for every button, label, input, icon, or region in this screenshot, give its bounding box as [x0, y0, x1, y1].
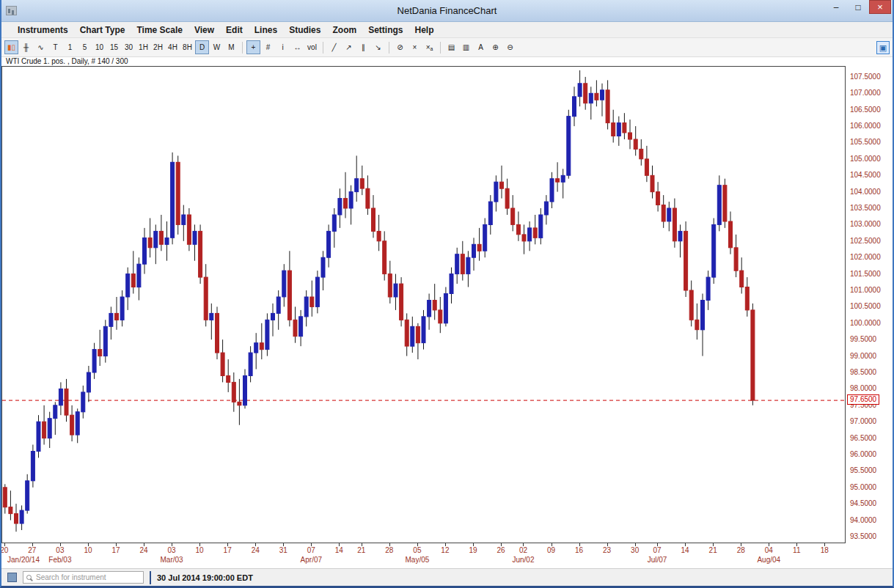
- instrument-search[interactable]: [23, 571, 144, 584]
- toolbar-scale-1min[interactable]: 1: [63, 40, 77, 54]
- menu-view[interactable]: View: [188, 25, 220, 35]
- time-axis-day-label: 10: [84, 546, 92, 554]
- menu-instruments[interactable]: Instruments: [12, 25, 74, 35]
- price-axis-label: 96.5000: [850, 435, 876, 442]
- status-separator: [150, 571, 151, 584]
- search-input[interactable]: [34, 573, 140, 582]
- menu-lines[interactable]: Lines: [249, 25, 283, 35]
- toolbar-line-chart[interactable]: ∿: [34, 40, 48, 54]
- time-axis-month-label: Jan/20/14: [7, 556, 40, 564]
- toolbar-volume[interactable]: vol: [305, 40, 319, 54]
- toolbar-tick-scale[interactable]: T: [48, 40, 62, 54]
- time-axis-day-label: 04: [765, 546, 773, 554]
- toolbar-zoom-out[interactable]: ⊖: [503, 40, 517, 54]
- toolbar-scale-5min[interactable]: 5: [78, 40, 92, 54]
- menu-zoom[interactable]: Zoom: [326, 25, 362, 35]
- time-axis[interactable]: 2027031017240310172431071421280512192602…: [1, 543, 893, 568]
- toolbar-channel-lines[interactable]: ∥: [356, 40, 370, 54]
- time-axis-day-label: 31: [279, 546, 287, 554]
- toolbar-scroll-horizontal[interactable]: ↔: [290, 40, 304, 54]
- price-axis-label: 102.0000: [850, 254, 881, 261]
- menu-chart-type[interactable]: Chart Type: [74, 25, 131, 35]
- price-axis-label: 103.0000: [850, 221, 881, 228]
- time-axis-day-label: 14: [681, 546, 689, 554]
- time-axis-month-label: Mar/03: [161, 556, 183, 564]
- time-axis-day-label: 16: [575, 546, 583, 554]
- toolbar-delete-selected[interactable]: ×: [408, 40, 422, 54]
- menu-edit[interactable]: Edit: [220, 25, 249, 35]
- window-title: NetDania FinanceChart: [1, 5, 893, 16]
- time-axis-day-label: 26: [497, 546, 505, 554]
- toolbar-scale-15min[interactable]: 15: [107, 40, 121, 54]
- time-axis-day-label: 12: [441, 546, 449, 554]
- toolbar-zoom-in[interactable]: ⊕: [488, 40, 502, 54]
- time-axis-day-label: 17: [224, 546, 232, 554]
- toolbar-scale-weekly[interactable]: W: [210, 40, 224, 54]
- chart-plot[interactable]: [1, 66, 846, 543]
- toolbar-scale-30min[interactable]: 30: [122, 40, 136, 54]
- status-app-icon: [7, 573, 17, 582]
- candlestick-chart[interactable]: [2, 67, 845, 543]
- search-icon: [26, 575, 32, 580]
- menu-time-scale[interactable]: Time Scale: [131, 25, 188, 35]
- menu-settings[interactable]: Settings: [362, 25, 408, 35]
- price-axis-label: 93.5000: [850, 533, 876, 540]
- chart-area: WTI Crude 1. pos. , Daily, # 140 / 300 9…: [1, 57, 893, 568]
- toolbar-scale-8h[interactable]: 8H: [180, 40, 194, 54]
- time-axis-day-label: 20: [0, 546, 8, 554]
- price-axis-label: 94.0000: [850, 517, 876, 524]
- timestamp: 30 Jul 2014 19:00:00 EDT: [157, 573, 253, 582]
- titlebar: NetDania FinanceChart – □ ×: [1, 0, 893, 22]
- time-axis-day-label: 24: [139, 546, 147, 554]
- price-axis-label: 105.5000: [850, 139, 881, 146]
- toolbar-arrow-tool[interactable]: ↘: [371, 40, 385, 54]
- time-axis-month-label: Jun/02: [512, 556, 534, 564]
- time-axis-day-label: 19: [469, 546, 477, 554]
- toolbar-trend-line[interactable]: ╱: [327, 40, 341, 54]
- time-axis-day-label: 17: [111, 546, 120, 554]
- price-axis-label: 94.5000: [850, 500, 876, 507]
- time-axis-day-label: 05: [413, 546, 421, 554]
- panel-toggle-button[interactable]: ▣: [876, 41, 890, 54]
- toolbar-delete-all[interactable]: ×ₐ: [422, 40, 436, 54]
- price-axis-label: 104.5000: [850, 172, 881, 179]
- price-axis-label: 98.5000: [850, 369, 876, 376]
- price-axis-label: 95.5000: [850, 467, 876, 474]
- menu-studies[interactable]: Studies: [283, 25, 326, 35]
- toolbar-scale-monthly[interactable]: M: [224, 40, 238, 54]
- toolbar-remove-line[interactable]: ⊘: [393, 40, 407, 54]
- toolbar-separator: [242, 42, 243, 54]
- menu-help[interactable]: Help: [408, 25, 439, 35]
- toolbar-print[interactable]: ▤: [444, 40, 458, 54]
- price-axis-label: 101.5000: [850, 271, 881, 278]
- toolbar-zoom-text[interactable]: A: [474, 40, 488, 54]
- price-axis[interactable]: 97.6500 107.5000107.0000106.5000106.0000…: [846, 66, 893, 543]
- toolbar-crosshair[interactable]: +: [246, 40, 260, 54]
- toolbar-scale-10min[interactable]: 10: [92, 40, 106, 54]
- toolbar-grid[interactable]: #: [261, 40, 275, 54]
- toolbar-bar-chart[interactable]: ╫: [19, 40, 33, 54]
- time-axis-day-label: 11: [793, 546, 800, 554]
- toolbar: ▮▯╫∿T151015301H2H4H8HDWM+#i↔vol╱↗∥↘⊘××ₐ▤…: [1, 38, 893, 57]
- price-axis-label: 103.5000: [850, 205, 881, 212]
- toolbar-scale-2h[interactable]: 2H: [151, 40, 165, 54]
- toolbar-info[interactable]: i: [276, 40, 290, 54]
- toolbar-separator: [440, 42, 441, 54]
- toolbar-ray-line[interactable]: ↗: [342, 40, 356, 54]
- chart-instrument-label: WTI Crude 1. pos. , Daily, # 140 / 300: [6, 57, 128, 65]
- price-axis-label: 100.5000: [850, 303, 881, 310]
- toolbar-scale-1h[interactable]: 1H: [136, 40, 150, 54]
- toolbar-scale-4h[interactable]: 4H: [166, 40, 180, 54]
- toolbar-print-preview[interactable]: ▥: [459, 40, 473, 54]
- time-axis-day-label: 28: [385, 546, 393, 554]
- time-axis-month-label: Jul/07: [648, 556, 667, 564]
- price-axis-label: 99.5000: [850, 336, 876, 343]
- time-axis-month-label: May/05: [405, 556, 429, 564]
- toolbar-scale-daily[interactable]: D: [195, 40, 209, 54]
- time-axis-day-label: 10: [196, 546, 204, 554]
- time-axis-day-label: 02: [519, 546, 527, 554]
- price-axis-label: 106.5000: [850, 106, 881, 114]
- price-axis-label: 95.0000: [850, 484, 876, 491]
- time-axis-day-label: 18: [821, 546, 829, 554]
- toolbar-candlestick-chart[interactable]: ▮▯: [4, 40, 18, 54]
